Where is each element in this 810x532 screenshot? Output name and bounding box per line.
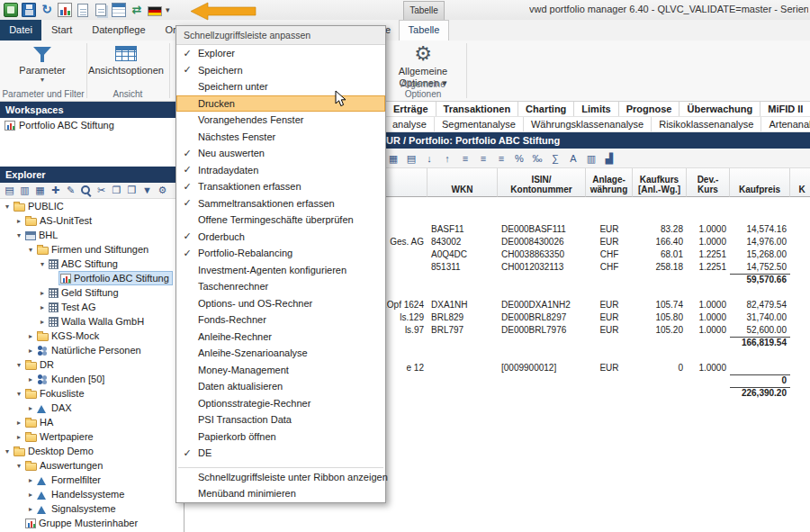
expander-icon[interactable]: ▸ [26,491,35,499]
subtab-analyse[interactable]: analyse [385,117,435,131]
align-left-icon[interactable]: ≡ [458,151,472,166]
menu-item-nächstes-fenster[interactable]: Nächstes Fenster [176,129,385,146]
ribbon-tab-datei[interactable]: Datei [0,20,41,41]
ribbon-tab-datenpflege[interactable]: Datenpflege [82,20,155,41]
align-center-icon[interactable]: ≡ [476,151,490,166]
expander-icon[interactable]: ▸ [38,318,47,326]
ribbon-tab-start[interactable]: Start [41,20,82,41]
ribbon-tab-tabelle[interactable]: Tabelle [399,20,449,41]
orderbook-icon[interactable] [112,3,126,17]
menu-item-neu-auswerten[interactable]: ✓Neu auswerten [176,145,385,162]
save-icon[interactable] [22,3,36,17]
table-settings-icon[interactable]: ▦ [386,151,400,166]
columns-icon[interactable]: ▥ [584,151,598,166]
menu-item-papierkorb-öffnen[interactable]: Papierkorb öffnen [176,428,385,446]
column-header-anlage-währung[interactable]: Anlage- währung [586,168,633,197]
list-view-icon[interactable]: ▥ [18,184,32,197]
expander-icon[interactable]: ▸ [26,347,35,355]
tree-item-fokusliste[interactable]: ▾Fokusliste [0,386,184,401]
menu-item-de[interactable]: ✓DE [176,445,385,462]
menu-item-fonds-rechner[interactable]: Fonds-Rechner [176,311,385,329]
menu-item-anleihe-rechner[interactable]: Anleihe-Rechner [176,329,385,346]
menu-item-vorangehendes-fenster[interactable]: Vorangehendes Fenster [176,112,385,129]
tab-überwachung[interactable]: Überwachung [680,102,760,116]
menu-item-money-management[interactable]: Money-Management [176,362,385,379]
menu-item-investment-agenten-konfigurieren[interactable]: Investment-Agenten konfigurieren [176,262,385,279]
filter-icon[interactable]: ▼ [140,184,154,197]
menu-item-transaktionen-erfassen[interactable]: ✓Transaktionen erfassen [176,178,385,195]
tree-item-firmen-und-stiftungen[interactable]: ▾Firmen und Stiftungen [0,242,184,257]
column-header-k[interactable]: K [790,168,810,197]
copy-icon[interactable]: ❐ [110,184,123,197]
tree-item-gruppe-musterinhaber[interactable]: Gruppe Musterinhaber [0,516,184,530]
workspace-item[interactable]: Portfolio ABC Stiftung [0,118,184,132]
subtab-risikoklassenanalyse[interactable]: Risikoklassenanalyse [652,117,761,131]
intraday-chart-icon[interactable] [58,3,72,17]
column-header-isin-kontonummer[interactable]: ISIN/ Kontonummer [498,168,586,197]
menu-item-orderbuch[interactable]: ✓Orderbuch [176,229,385,246]
column-header-kaufkurs-anl-wg[interactable]: Kaufkurs [Anl.-Wg.] [633,168,687,197]
expander-icon[interactable]: ▾ [3,203,12,211]
sort-descending-icon[interactable]: ↑ [440,151,454,166]
view-options-button[interactable]: Ansichtsoptionen [88,43,164,95]
menu-item-drucken[interactable]: Drucken [176,95,385,113]
menu-item-speichern[interactable]: ✓Speichern [176,62,385,79]
tree-item-dax[interactable]: ▸DAX [0,401,184,415]
tree-item-signalsysteme[interactable]: ▸Signalsysteme [0,501,184,516]
explorer-icon[interactable] [4,3,18,17]
menu-item-sammeltransaktionen-erfassen[interactable]: ✓Sammeltransaktionen erfassen [176,195,385,212]
expander-icon[interactable]: ▾ [14,390,23,398]
expander-icon[interactable]: ▾ [38,260,47,268]
paste-icon[interactable]: ❒ [125,184,139,197]
tree-item-kunden-50[interactable]: ▸Kunden [50] [0,372,184,386]
expander-icon[interactable]: ▸ [26,375,35,383]
tree-item-natürliche-personen[interactable]: ▸Natürliche Personen [0,343,184,357]
align-right-icon[interactable]: ≡ [494,151,508,166]
tree-item-walla-walla-gmbh[interactable]: ▸Walla Walla GmbH [0,314,184,329]
subtab-währungsklassenanalyse[interactable]: Währungsklassenanalyse [524,117,652,131]
menu-item-psi-transaction-data[interactable]: PSI Transaction Data [176,411,385,428]
tab-charting[interactable]: Charting [518,102,574,116]
tree-item-desktop-demo[interactable]: ▾Desktop Demo [0,444,184,458]
menu-item-optionsstrategie-rechner[interactable]: Optionsstrategie-Rechner [176,395,385,412]
tree-item-dr[interactable]: ▾DR [0,357,184,372]
menu-item-anleihe-szenarioanalyse[interactable]: Anleihe-Szenarioanalyse [176,345,385,362]
expander-icon[interactable]: ▸ [26,404,35,412]
tab-limits[interactable]: Limits [574,102,618,116]
details-view-icon[interactable]: ▦ [33,184,47,197]
parameter-button[interactable]: Parameter ▾ [7,43,77,95]
tree-item-formelfilter[interactable]: ▸Formelfilter [0,473,184,487]
tab-mifid-ii[interactable]: MiFID II [760,102,810,116]
column-header-kaufpreis[interactable]: Kaufpreis [730,168,790,197]
expander-icon[interactable]: ▾ [14,462,23,470]
tree-item-public[interactable]: ▾PUBLIC [0,199,184,213]
percent-icon[interactable]: % [512,151,526,166]
expander-icon[interactable]: ▸ [14,419,23,427]
tree-item-geld-stiftung[interactable]: ▸Geld Stiftung [0,285,184,300]
tree-view-icon[interactable]: ▤ [3,184,16,197]
font-icon[interactable]: A [566,151,580,166]
column-header-wkn[interactable]: WKN [428,168,498,197]
menu-item-explorer[interactable]: ✓Explorer [176,45,385,62]
tree-item-as-unittest[interactable]: ▸AS-UnitTest [0,213,184,228]
expander-icon[interactable]: ▸ [14,433,23,441]
tree-item-wertpapiere[interactable]: ▸Wertpapiere [0,429,184,444]
expander-icon[interactable]: ▸ [26,505,35,513]
expander-icon[interactable]: ▸ [38,303,47,311]
tab-erträge[interactable]: Erträge [386,102,436,116]
tree-item-ha[interactable]: ▸HA [0,415,184,429]
qat-customize-button[interactable]: ▾ [162,5,174,14]
tab-prognose[interactable]: Prognose [619,102,680,116]
expander-icon[interactable]: ▸ [38,289,47,297]
sum-icon[interactable]: ∑ [548,151,562,166]
menu-item-schnellzugriffsleiste-unter-ribbon-anzeigen[interactable]: Schnellzugriffsleiste unter Ribbon anzei… [176,469,385,486]
menu-item-portfolio-rebalancing[interactable]: ✓Portfolio-Rebalancing [176,245,385,262]
tree-item-test-ag[interactable]: ▸Test AG [0,300,184,314]
freeze-pane-icon[interactable]: ▤ [404,151,418,166]
sort-ascending-icon[interactable]: ↓ [422,151,436,166]
expander-icon[interactable]: ▸ [26,332,35,340]
menu-item-daten-aktualisieren[interactable]: Daten aktualisieren [176,378,385,395]
transactions-icon[interactable] [77,4,88,17]
tree-item-bhl[interactable]: ▾BHL [0,228,184,242]
tab-transaktionen[interactable]: Transaktionen [436,102,519,116]
